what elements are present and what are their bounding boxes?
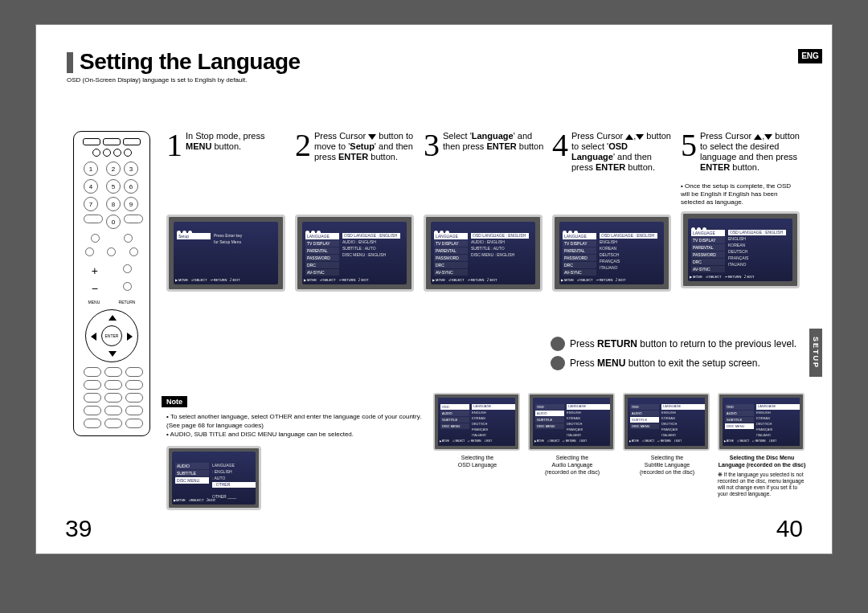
remote-remain (84, 215, 103, 223)
step-number: 5 (681, 131, 697, 160)
remote-vol-plus-icon: + (92, 264, 98, 277)
remote-cancel (124, 215, 143, 223)
osd-screen-step-2: LANGUAGETV DISPLAYPARENTALPASSWORDDRCAV-… (295, 215, 414, 292)
remote-audio (104, 380, 122, 390)
step-4: 4Press Cursor , button to select 'OSD La… (552, 131, 673, 292)
osd-screen-step-1: SetupPress Enter keyfor Setup Menu▶ MOVE… (166, 215, 285, 292)
bullet-icon (551, 356, 565, 370)
remote-dpad: ENTER (85, 309, 138, 362)
remote-step (125, 367, 143, 377)
remote-slow (84, 406, 101, 415)
step-text: In Stop mode, press MENU button. (186, 131, 287, 152)
bottom-screens: OSDAUDIOSUBTITLEDISC MENULANGUAGEENGLISH… (433, 393, 819, 497)
setup-tab: SETUP (809, 329, 822, 377)
step-text: Press Cursor , button to select the desi… (700, 131, 801, 173)
info-box: Press RETURN button to return to the pre… (551, 337, 816, 375)
mini-caption: Selecting theOSD Language (433, 454, 522, 468)
osd-screen-step-5: LANGUAGETV DISPLAYPARENTALPASSWORDDRCAV-… (681, 211, 800, 288)
step-text: Select 'Language' and then press ENTER b… (443, 131, 544, 152)
asterisk-note: ❋ If the language you selected is not re… (718, 472, 806, 497)
mini-caption: Selecting theAudio Language(recorded on … (528, 454, 616, 476)
remote-illustration: 1 2 3 4 5 6 7 8 9 0 + − (73, 131, 150, 436)
step-number: 3 (424, 131, 440, 160)
remote-tuner2 (104, 406, 122, 415)
accent-bar (67, 52, 73, 73)
num-6: 6 (124, 179, 138, 194)
remote-logo (125, 380, 143, 390)
remote-bottom-grid (79, 367, 145, 428)
remote-play-icon (85, 247, 94, 256)
page-title: Setting the Language (80, 49, 301, 75)
remote-next-icon (124, 234, 133, 243)
step-number: 2 (295, 131, 311, 160)
mini-screen-3: OSDAUDIOSUBTITLEDISC MENULANGUAGEENGLISH… (623, 393, 711, 497)
remote-hdmiaudio (125, 419, 143, 428)
step-number: 1 (166, 131, 182, 160)
header: Setting the Language (67, 49, 806, 75)
osd-screen-step-3: LANGUAGETV DISPLAYPARENTALPASSWORDDRCAV-… (424, 215, 542, 292)
step-5: 5Press Cursor , button to select the des… (681, 131, 801, 292)
remote-sleep (125, 393, 143, 403)
remote-enter-button: ENTER (101, 325, 122, 346)
remote-source-icon (113, 149, 121, 157)
page-number-right: 40 (776, 515, 803, 542)
mini-screen-4: OSDAUDIOSUBTITLEDISC MENULANGUAGEENGLISH… (718, 393, 806, 497)
remote-cancel2 (84, 380, 101, 390)
step-number: 4 (552, 131, 568, 160)
osd-screen-step-4: LANGUAGETV DISPLAYPARENTALPASSWORDDRCAV-… (552, 215, 671, 292)
remote-sdhd (104, 419, 122, 428)
dpad-left-icon (91, 333, 96, 341)
num-3: 3 (124, 161, 138, 176)
subtitle: OSD (On-Screen Display) language is set … (67, 76, 248, 84)
num-2: 2 (106, 161, 121, 176)
dpad-up-icon (108, 315, 117, 321)
mini-caption: Selecting the Disc MenuLanguage (recorde… (718, 454, 806, 468)
num-1: 1 (84, 161, 98, 176)
remote-subtitle (104, 367, 122, 377)
page-number-left: 39 (65, 515, 92, 542)
remote-menu-label: MENU (88, 300, 100, 304)
remote-prev-icon (91, 234, 100, 243)
remote-pause-icon (129, 247, 138, 256)
remote-dimmer (125, 406, 143, 415)
note-line-2: AUDIO, SUB TITLE and DISC MENU language … (166, 430, 432, 439)
extra-screen-wrap: AUDIO SUBTITLE DISC MENU LANGUAGE : ENGL… (166, 446, 263, 510)
mini-caption: Selecting theSubtitle Language(recorded … (623, 454, 711, 476)
step-text: Press Cursor button to move to 'Setup' a… (314, 131, 416, 162)
num-5: 5 (106, 179, 121, 194)
remote-dvd-button (103, 138, 121, 145)
bullet-icon (551, 337, 565, 351)
step-3: 3Select 'Language' and then press ENTER … (424, 131, 544, 292)
dpad-down-icon (108, 351, 117, 357)
note-list: To select another language, select OTHER… (166, 412, 432, 439)
remote-stop-icon (107, 247, 116, 256)
step-1: 1In Stop mode, press MENU button.SetupPr… (166, 131, 287, 292)
info-menu: Press MENU button to exit the setup scre… (551, 356, 816, 370)
osd-screen-note: AUDIO SUBTITLE DISC MENU LANGUAGE : ENGL… (166, 446, 261, 510)
manual-page: Setting the Language ENG OSD (On-Screen … (35, 24, 833, 554)
remote-ezview (84, 419, 101, 428)
step-2: 2Press Cursor button to move to 'Setup' … (295, 131, 416, 292)
note-badge: Note (162, 396, 187, 407)
remote-ch-icon (123, 282, 132, 291)
num-9: 9 (124, 197, 138, 211)
remote-mute-icon (123, 264, 132, 273)
language-badge: ENG (798, 49, 822, 63)
mini-screen-1: OSDAUDIOSUBTITLEDISC MENULANGUAGEENGLISH… (433, 393, 522, 497)
post-step5-note: Once the setup is complete, the OSD will… (681, 182, 801, 206)
remote-tuner-button (123, 138, 141, 145)
mini-screen-2: OSDAUDIOSUBTITLEDISC MENULANGUAGEENGLISH… (528, 393, 616, 497)
info-return: Press RETURN button to return to the pre… (551, 337, 816, 351)
remote-info (84, 367, 101, 377)
remote-vol-minus-icon: − (92, 282, 98, 295)
remote-power-icon (92, 149, 100, 157)
note-line-1: To select another language, select OTHER… (166, 412, 432, 430)
num-7: 7 (84, 197, 98, 211)
remote-zoom (84, 393, 101, 403)
step-text: Press Cursor , button to select 'OSD Lan… (571, 131, 673, 173)
remote-eject-icon (103, 149, 111, 157)
steps-row: 1In Stop mode, press MENU button.SetupPr… (166, 131, 809, 292)
dpad-right-icon (127, 333, 133, 341)
remote-repeat (104, 393, 122, 403)
remote-numpad: 1 2 3 4 5 6 7 8 9 0 (79, 161, 145, 229)
